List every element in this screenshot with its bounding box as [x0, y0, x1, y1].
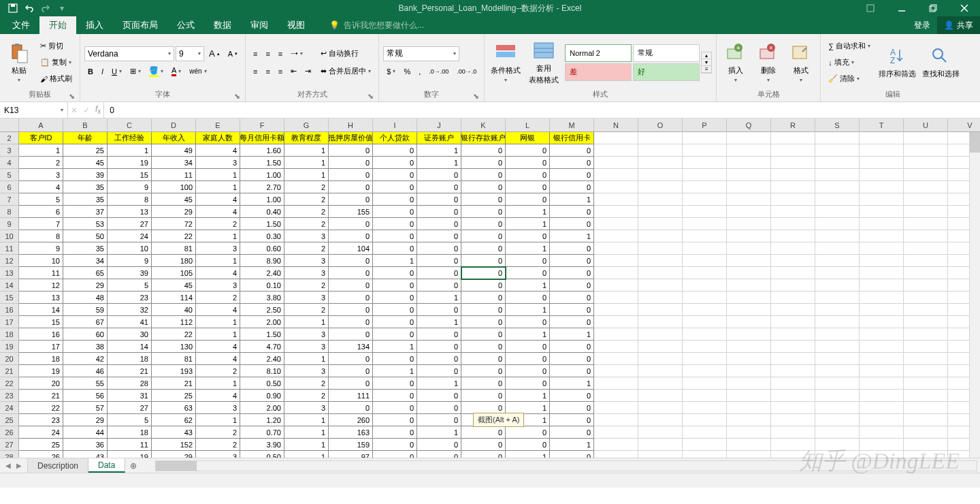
- data-cell[interactable]: 1: [284, 353, 329, 365]
- data-cell[interactable]: 0: [373, 267, 417, 279]
- empty-cell[interactable]: [594, 230, 638, 242]
- data-cell[interactable]: 193: [152, 365, 196, 377]
- data-cell[interactable]: 1: [506, 242, 550, 255]
- cancel-icon[interactable]: ✕: [71, 106, 78, 115]
- empty-cell[interactable]: [727, 230, 771, 242]
- row-header-4[interactable]: 4: [0, 157, 19, 169]
- data-cell[interactable]: 45: [152, 193, 196, 206]
- data-cell[interactable]: 43: [152, 426, 196, 439]
- data-cell[interactable]: 0: [373, 316, 417, 328]
- row-header-12[interactable]: 12: [0, 255, 19, 267]
- data-cell[interactable]: 0: [373, 169, 417, 181]
- empty-cell[interactable]: [815, 353, 860, 365]
- data-cell[interactable]: 3: [196, 402, 240, 414]
- data-cell[interactable]: 0: [461, 255, 506, 267]
- data-cell[interactable]: 2: [196, 218, 240, 230]
- empty-cell[interactable]: [815, 181, 860, 193]
- data-cell[interactable]: 13: [108, 206, 152, 218]
- empty-cell[interactable]: [683, 267, 727, 279]
- data-cell[interactable]: 15: [19, 316, 63, 328]
- row-header-27[interactable]: 27: [0, 439, 19, 451]
- empty-cell[interactable]: [815, 206, 860, 218]
- tab-file[interactable]: 文件: [3, 16, 39, 34]
- data-cell[interactable]: 2: [284, 242, 329, 255]
- empty-cell[interactable]: [638, 341, 683, 353]
- empty-cell[interactable]: [904, 279, 948, 292]
- data-cell[interactable]: 3: [19, 169, 63, 181]
- data-cell[interactable]: 0: [417, 255, 461, 267]
- data-cell[interactable]: 11: [19, 267, 63, 279]
- data-cell[interactable]: 1: [19, 144, 63, 157]
- empty-cell[interactable]: [594, 451, 638, 458]
- empty-cell[interactable]: [860, 267, 904, 279]
- data-cell[interactable]: 0: [373, 144, 417, 157]
- sheet-tab-data[interactable]: Data: [88, 458, 125, 473]
- data-cell[interactable]: 19: [108, 451, 152, 458]
- empty-cell[interactable]: [594, 292, 638, 304]
- data-cell[interactable]: 0: [373, 402, 417, 414]
- empty-cell[interactable]: [727, 132, 771, 144]
- data-cell[interactable]: 3: [196, 451, 240, 458]
- empty-cell[interactable]: [638, 439, 683, 451]
- empty-cell[interactable]: [815, 439, 860, 451]
- sheet-prev-icon[interactable]: ◀: [5, 462, 11, 469]
- empty-cell[interactable]: [904, 181, 948, 193]
- data-cell[interactable]: 0: [417, 402, 461, 414]
- data-cell[interactable]: 9: [19, 242, 63, 255]
- data-cell[interactable]: 0: [550, 402, 594, 414]
- data-cell[interactable]: 6: [19, 206, 63, 218]
- data-cell[interactable]: 0: [417, 169, 461, 181]
- empty-cell[interactable]: [594, 390, 638, 402]
- tab-view[interactable]: 视图: [278, 16, 314, 34]
- data-cell[interactable]: 27: [108, 402, 152, 414]
- data-cell[interactable]: 18: [108, 353, 152, 365]
- data-cell[interactable]: 2.50: [240, 304, 284, 316]
- empty-cell[interactable]: [683, 169, 727, 181]
- header-cell[interactable]: 年龄: [63, 132, 108, 144]
- empty-cell[interactable]: [860, 242, 904, 255]
- empty-cell[interactable]: [727, 365, 771, 377]
- data-cell[interactable]: 2: [284, 390, 329, 402]
- data-cell[interactable]: 2.70: [240, 181, 284, 193]
- data-cell[interactable]: 130: [152, 341, 196, 353]
- data-cell[interactable]: 0: [550, 218, 594, 230]
- data-cell[interactable]: 1: [196, 181, 240, 193]
- data-cell[interactable]: 0.60: [240, 242, 284, 255]
- data-cell[interactable]: 21: [108, 365, 152, 377]
- data-cell[interactable]: 1: [108, 144, 152, 157]
- row-header-18[interactable]: 18: [0, 328, 19, 341]
- empty-cell[interactable]: [727, 316, 771, 328]
- font-size-select[interactable]: 9▾: [176, 46, 204, 61]
- empty-cell[interactable]: [727, 206, 771, 218]
- empty-cell[interactable]: [771, 390, 815, 402]
- increase-indent-button[interactable]: ⇥: [301, 64, 314, 79]
- data-cell[interactable]: 1: [506, 451, 550, 458]
- data-cell[interactable]: 0: [373, 390, 417, 402]
- data-cell[interactable]: 0: [550, 181, 594, 193]
- data-cell[interactable]: 0: [329, 267, 373, 279]
- data-cell[interactable]: 0: [373, 353, 417, 365]
- data-cell[interactable]: 2: [284, 206, 329, 218]
- data-cell[interactable]: 72: [152, 218, 196, 230]
- data-cell[interactable]: 3: [196, 242, 240, 255]
- data-cell[interactable]: 0: [506, 193, 550, 206]
- data-cell[interactable]: 0: [329, 292, 373, 304]
- empty-cell[interactable]: [860, 206, 904, 218]
- empty-cell[interactable]: [638, 181, 683, 193]
- empty-cell[interactable]: [771, 439, 815, 451]
- empty-cell[interactable]: [638, 377, 683, 390]
- empty-cell[interactable]: [594, 181, 638, 193]
- tab-home[interactable]: 开始: [39, 16, 76, 34]
- data-cell[interactable]: 4: [19, 181, 63, 193]
- data-cell[interactable]: 1: [373, 341, 417, 353]
- empty-cell[interactable]: [860, 402, 904, 414]
- empty-cell[interactable]: [771, 169, 815, 181]
- empty-cell[interactable]: [860, 144, 904, 157]
- empty-cell[interactable]: [815, 242, 860, 255]
- data-cell[interactable]: 40: [152, 304, 196, 316]
- empty-cell[interactable]: [904, 255, 948, 267]
- empty-cell[interactable]: [815, 316, 860, 328]
- data-cell[interactable]: 4.70: [240, 341, 284, 353]
- empty-cell[interactable]: [594, 206, 638, 218]
- data-cell[interactable]: 14: [108, 341, 152, 353]
